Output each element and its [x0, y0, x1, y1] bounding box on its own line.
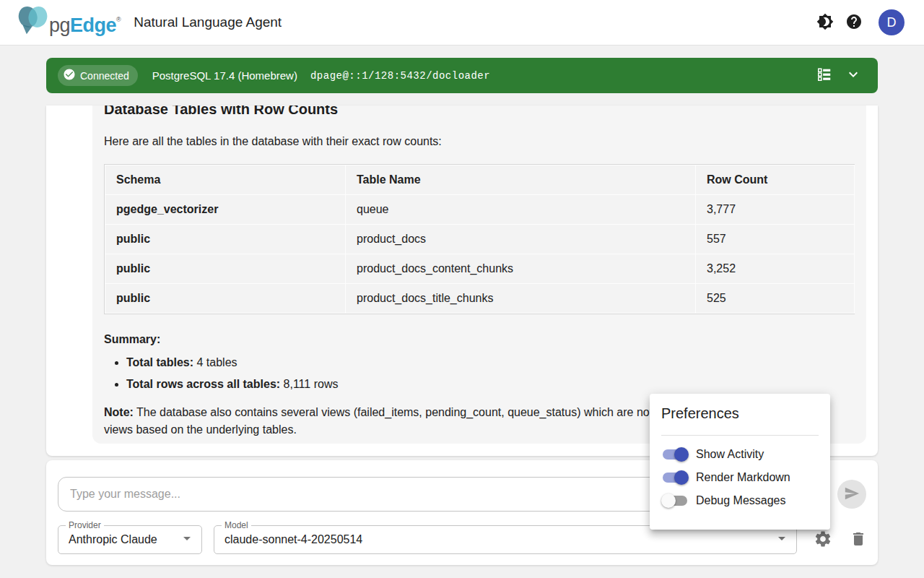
connection-status-badge: Connected [58, 65, 138, 86]
connection-collapse-button[interactable] [839, 61, 868, 90]
page-title: Natural Language Agent [134, 14, 282, 30]
show-activity-switch[interactable] [663, 449, 687, 460]
toggle-debug-messages[interactable]: Debug Messages [661, 489, 819, 512]
pgedge-logo: pgEdge® [17, 5, 121, 40]
table-row: public product_docs_content_chunks 3,252 [105, 254, 855, 284]
gear-icon [814, 530, 832, 551]
column-header-table-name: Table Name [346, 165, 696, 195]
message-heading: Database Tables with Row Counts [104, 105, 855, 118]
preferences-button[interactable] [808, 525, 837, 554]
toggle-label: Show Activity [696, 448, 764, 461]
preferences-popup: Preferences Show Activity Render Markdow… [650, 394, 830, 530]
summary-label: Summary: [104, 333, 855, 346]
pgedge-logo-text: pgEdge® [49, 5, 121, 40]
list-item: Total rows across all tables: 8,111 rows [126, 378, 855, 391]
clear-chat-button[interactable] [844, 525, 873, 554]
arrow-drop-down-icon [773, 530, 790, 550]
toggle-show-activity[interactable]: Show Activity [661, 443, 819, 466]
assistant-message-bubble: Database Tables with Row Counts Here are… [92, 105, 866, 444]
table-row: pgedge_vectorizer queue 3,777 [105, 195, 855, 225]
app-header: pgEdge® Natural Language Agent D [0, 0, 924, 46]
render-markdown-switch[interactable] [663, 473, 687, 483]
connection-status-label: Connected [80, 70, 129, 82]
preferences-title: Preferences [661, 405, 819, 422]
summary-list: Total tables: 4 tables Total rows across… [126, 356, 855, 391]
user-avatar[interactable]: D [879, 9, 905, 35]
debug-messages-switch[interactable] [663, 496, 687, 506]
table-row: public product_docs 557 [105, 225, 855, 254]
provider-select-value: Anthropic Claude [58, 533, 178, 546]
chevron-down-icon [845, 66, 862, 85]
brightness-icon [816, 13, 834, 33]
list-item: Total tables: 4 tables [126, 356, 855, 369]
toggle-label: Debug Messages [696, 494, 786, 507]
help-icon [845, 13, 863, 33]
connection-details-button[interactable] [810, 61, 839, 90]
provider-select-label: Provider [66, 520, 104, 530]
divider [661, 435, 819, 436]
trash-icon [850, 530, 867, 550]
model-select-value: claude-sonnet-4-20250514 [214, 533, 773, 546]
table-row: public product_docs_title_chunks 525 [105, 284, 855, 314]
toggle-label: Render Markdown [696, 471, 790, 484]
model-select[interactable]: Model claude-sonnet-4-20250514 [214, 525, 797, 554]
pgedge-logo-mark [17, 5, 49, 35]
row-counts-table: Schema Table Name Row Count pgedge_vecto… [104, 164, 855, 314]
send-icon [844, 486, 860, 504]
arrow-drop-down-icon [178, 530, 196, 550]
column-header-schema: Schema [105, 165, 346, 195]
toggle-render-markdown[interactable]: Render Markdown [661, 466, 819, 489]
connection-bar: Connected PostgreSQL 17.4 (Homebrew) dpa… [46, 58, 878, 93]
send-button[interactable] [837, 480, 866, 509]
help-button[interactable] [840, 8, 868, 37]
connection-string: dpage@::1/128:5432/docloader [310, 70, 490, 82]
dark-mode-toggle-button[interactable] [811, 8, 840, 37]
check-circle-icon [63, 68, 76, 83]
message-intro-text: Here are all the tables in the database … [104, 135, 855, 148]
server-version-label: PostgreSQL 17.4 (Homebrew) [152, 69, 297, 82]
model-select-label: Model [222, 520, 251, 530]
provider-select[interactable]: Provider Anthropic Claude [58, 525, 202, 554]
table-header-row: Schema Table Name Row Count [105, 165, 855, 195]
column-header-row-count: Row Count [696, 165, 855, 195]
server-list-icon [816, 66, 832, 85]
